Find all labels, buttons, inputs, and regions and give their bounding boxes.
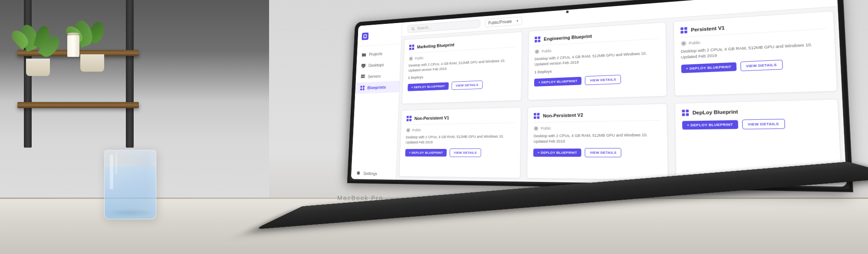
visibility-label-marketing: Public	[415, 56, 424, 60]
bp-icon-cell	[684, 30, 687, 33]
sidebar-item-settings[interactable]: Settings	[351, 168, 396, 180]
blueprint-card-icon-non-persistent-v1	[407, 116, 412, 122]
view-details-button-marketing[interactable]: VIEW DETAILS	[451, 80, 483, 90]
deploy-button-engineering[interactable]: + DEPLOY BLUEPRINT	[534, 77, 582, 86]
card-description-non-persistent-v2: Desktop with 2 CPUs, 4 GB RAM, 512MB GPU…	[533, 132, 660, 144]
glass-container	[104, 150, 156, 219]
bp-icon-cell	[686, 113, 689, 116]
card-title-persistent-v1: Persistent V1	[691, 25, 725, 33]
blueprint-card-icon-deploy-blueprint	[682, 109, 689, 116]
card-title-engineering: Engineering Blueprint	[544, 33, 592, 41]
macbook-pro-label: MacBook Pro	[87, 195, 634, 201]
candle	[67, 33, 79, 57]
bp-icon-cell	[681, 31, 684, 33]
svg-line-13	[414, 29, 414, 30]
bp-icon-cell	[538, 40, 541, 42]
blueprint-card-non-persistent-v1: Non-Persistent V1 Public Desktop with 2 …	[399, 107, 521, 178]
sidebar: Projects Desktops	[351, 23, 402, 180]
visibility-icon-marketing	[409, 56, 413, 61]
plant-left	[26, 22, 57, 76]
blueprint-card-icon-non-persistent-v2	[534, 113, 539, 119]
plant-right	[80, 17, 112, 72]
card-visibility-non-persistent-v1: Public	[406, 126, 515, 133]
plant-pot-left	[26, 59, 50, 76]
card-header-marketing: Marketing Blueprint	[409, 38, 516, 50]
svg-rect-11	[363, 88, 365, 90]
deploy-button-non-persistent-v1[interactable]: + DEPLOY BLUEPRINT	[405, 149, 447, 157]
laptop-screen-bezel: Projects Desktops	[348, 0, 853, 192]
plant-leaves-left	[18, 22, 57, 56]
bp-grid-icon	[409, 44, 414, 50]
bp-icon-cell	[407, 119, 409, 121]
sidebar-item-blueprints[interactable]: Blueprints	[355, 81, 399, 94]
bp-icon-cell	[684, 27, 687, 30]
filter-wrap: Public/Private Public Private ▼	[485, 16, 522, 27]
bp-icon-cell	[407, 116, 409, 118]
candle-body	[67, 35, 79, 57]
card-actions-persistent-v1: + DEPLOY BLUEPRINT VIEW DETAILS	[681, 58, 828, 74]
bp-icon-cell	[409, 45, 411, 47]
blueprint-card-icon-engineering	[535, 36, 540, 43]
view-details-button-engineering[interactable]: VIEW DETAILS	[585, 75, 621, 85]
card-description-non-persistent-v1: Desktop with 2 CPUs, 4 GB RAM, 512MB GPU…	[405, 134, 515, 145]
glass-highlight-2	[115, 152, 117, 174]
card-actions-non-persistent-v2: + DEPLOY BLUEPRINT VIEW DETAILS	[533, 148, 661, 158]
bp-grid-icon-5	[534, 113, 539, 119]
bp-icon-cell	[412, 47, 414, 50]
visibility-icon-non-persistent-v1	[406, 128, 411, 132]
sidebar-item-label-settings: Settings	[363, 171, 377, 176]
card-title-deploy-blueprint: DepLoy Blueprint	[692, 109, 738, 115]
bp-icon-cell	[681, 27, 684, 30]
card-header-non-persistent-v2: Non-Persistent V2	[534, 110, 660, 119]
server-icon	[361, 74, 365, 79]
bp-icon-cell	[538, 36, 541, 39]
blueprint-icon	[360, 85, 365, 90]
deploy-button-deploy-blueprint[interactable]: + DEPLOY BLUEPRINT	[682, 120, 738, 130]
card-visibility-non-persistent-v2: Public	[534, 124, 661, 131]
desktop-icon	[361, 63, 366, 68]
shelf-pole-right	[126, 0, 134, 148]
visibility-icon-engineering	[535, 49, 539, 54]
card-title-non-persistent-v2: Non-Persistent V2	[543, 112, 583, 119]
view-details-button-deploy-blueprint[interactable]: VIEW DETAILS	[742, 119, 785, 129]
card-title-marketing: Marketing Blueprint	[417, 42, 454, 49]
bp-icon-cell	[409, 116, 411, 118]
blueprint-card-non-persistent-v2: Non-Persistent V2 Public Desktop with 2 …	[527, 103, 668, 180]
view-details-button-non-persistent-v2[interactable]: VIEW DETAILS	[585, 148, 621, 157]
filter-select[interactable]: Public/Private Public Private	[485, 16, 522, 27]
card-actions-engineering: + DEPLOY BLUEPRINT VIEW DETAILS	[534, 73, 660, 87]
svg-rect-3	[362, 67, 365, 68]
search-box[interactable]: Search...	[408, 20, 480, 33]
view-details-button-non-persistent-v1[interactable]: VIEW DETAILS	[450, 148, 481, 157]
visibility-icon-persistent-v1	[681, 41, 686, 46]
deploy-button-persistent-v1[interactable]: + DEPLOY BLUEPRINT	[681, 63, 736, 73]
sidebar-flex: Projects Desktops	[351, 27, 402, 180]
card-deploys-marketing: 2 Deploys	[408, 71, 516, 80]
search-placeholder: Search...	[417, 25, 431, 30]
deploy-button-marketing[interactable]: + DEPLOY BLUEPRINT	[408, 82, 449, 92]
bp-icon-cell	[534, 113, 536, 115]
search-icon	[411, 26, 415, 30]
sidebar-item-label-projects: Projects	[369, 51, 382, 56]
svg-rect-2	[363, 67, 364, 68]
visibility-icon-non-persistent-v2	[534, 126, 539, 131]
sidebar-item-label-desktops: Desktops	[368, 63, 384, 68]
logo-icon	[362, 33, 368, 40]
card-header-non-persistent-v1: Non-Persistent V1	[407, 113, 516, 121]
card-actions-non-persistent-v1: + DEPLOY BLUEPRINT VIEW DETAILS	[405, 148, 514, 157]
card-header-engineering: Engineering Blueprint	[535, 29, 659, 42]
glass-of-water	[104, 150, 156, 219]
visibility-label-non-persistent-v2: Public	[541, 126, 551, 131]
laptop-wrapper: Projects Desktops	[208, 0, 868, 247]
deploy-button-non-persistent-v2[interactable]: + DEPLOY BLUEPRINT	[533, 148, 582, 157]
sidebar-item-label-servers: Servers	[368, 74, 381, 79]
blueprint-card-marketing: Marketing Blueprint Public Desktop with …	[402, 32, 523, 104]
view-details-button-persistent-v1[interactable]: VIEW DETAILS	[740, 60, 783, 71]
sidebar-spacer	[352, 92, 399, 168]
sidebar-item-label-blueprints: Blueprints	[367, 85, 386, 90]
svg-rect-1	[362, 64, 366, 67]
visibility-label-persistent-v1: Public	[689, 40, 700, 46]
app-container: Projects Desktops	[351, 0, 847, 187]
card-header-persistent-v1: Persistent V1	[681, 18, 826, 33]
bp-icon-cell	[535, 40, 537, 43]
